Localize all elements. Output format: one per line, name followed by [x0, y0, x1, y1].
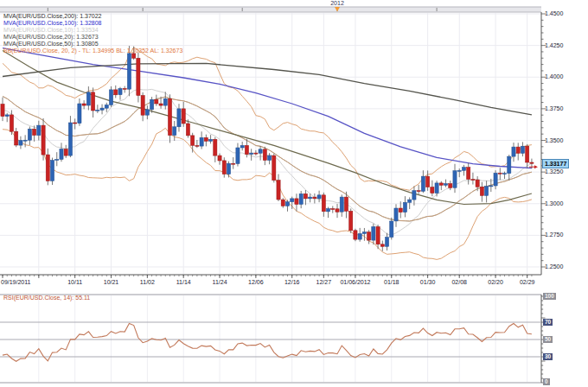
rsi-axis-label-50: 50 [543, 336, 553, 343]
x-axis-label: 11/24 [213, 278, 227, 286]
price-axis-label: 1.3250 [545, 168, 563, 175]
x-axis-label: 01/06/2012 [340, 278, 370, 286]
price-axis-label: 1.3750 [545, 105, 563, 112]
trading-chart-window: 2012 MVA(EUR/USD.Close,200): 1.37022MVA(… [0, 0, 588, 387]
price-axis-label: 1.3000 [545, 200, 563, 207]
rsi-axis-label-30: 30 [543, 353, 553, 360]
x-axis-label: 12/27 [316, 278, 332, 286]
price-axis-label: 1.2750 [545, 232, 563, 238]
indicator-legend: MVA(EUR/USD.Close,200): 1.37022MVA(EUR/U… [3, 13, 182, 54]
rsi-axis-label-100: 100 [543, 293, 556, 300]
x-axis-label: 02/20 [488, 278, 503, 286]
x-axis-label: 02/08 [451, 278, 467, 286]
x-axis-label: 11/02 [140, 278, 155, 286]
x-axis-label: 10/21 [104, 278, 119, 286]
x-axis-label: 01/18 [384, 278, 399, 286]
legend-line-mva20: MVA(EUR/USD.Close,20): 1.32673 [3, 34, 182, 41]
x-axis-label: 02/29 [520, 278, 535, 286]
x-axis-label: 12/06 [248, 278, 264, 286]
legend-line-bollinger: BB(EUR/USD.Close, 20, 2) - TL: 1.34995 B… [3, 48, 182, 54]
chart-canvas[interactable] [0, 0, 588, 387]
year-label: 2012 [330, 0, 344, 7]
legend-line-mva50: MVA(EUR/USD.Close,50): 1.30805 [3, 41, 182, 48]
price-axis-label: 1.2500 [545, 263, 563, 270]
last-price-arrow-icon [534, 165, 538, 168]
current-price-tag: 1.33177 [542, 159, 569, 168]
x-axis-label: 01/30 [420, 278, 436, 286]
x-axis-label: 09/19/2011 [1, 278, 31, 286]
legend-line-mva200: MVA(EUR/USD.Close,200): 1.37022 [3, 13, 182, 20]
price-axis-label: 1.4000 [545, 73, 563, 80]
x-axis-label: 10/11 [67, 278, 82, 286]
price-axis-label: 1.4500 [545, 10, 563, 17]
x-axis-label: 11/14 [176, 278, 191, 286]
x-axis-label: 12/16 [284, 278, 300, 286]
legend-line-mva10: MVA(EUR/USD.Close,10): 1.33534 [3, 27, 182, 34]
price-axis-label: 1.4250 [545, 42, 563, 49]
rsi-legend: RSI(EUR/USD.Close, 14): 55.11 [3, 295, 90, 301]
rsi-axis-label-0: 0 [543, 378, 550, 385]
rsi-axis-label-70: 70 [543, 319, 553, 326]
price-axis-label: 1.3500 [545, 137, 563, 144]
legend-line-mva100: MVA(EUR/USD.Close,100): 1.32808 [3, 20, 182, 27]
